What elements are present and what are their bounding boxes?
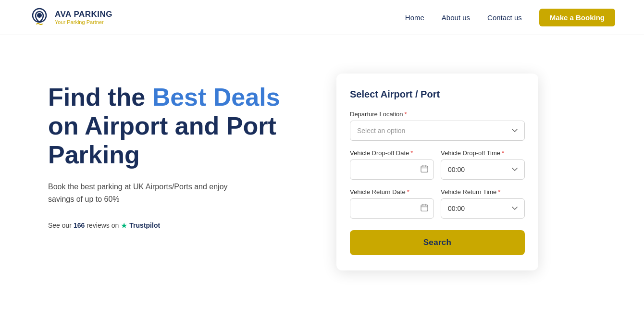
departure-location-group: Departure Location* Select an option Lon… — [350, 110, 525, 141]
return-date-input-wrapper — [350, 198, 434, 219]
trustpilot-middle: reviews on — [87, 221, 119, 229]
return-date-input[interactable] — [350, 198, 434, 219]
dropoff-time-group: Vehicle Drop-off Time* 00:00 00:30 01:00… — [441, 149, 525, 180]
nav-link-contact[interactable]: Contact us — [487, 13, 522, 22]
dropoff-date-input[interactable] — [350, 159, 434, 180]
required-star: * — [405, 110, 407, 118]
main-content: Find the Best Deals on Airport and Port … — [0, 35, 644, 290]
trustpilot-prefix: See our — [48, 221, 72, 229]
dropoff-date-group: Vehicle Drop-off Date* — [350, 149, 434, 180]
logo-icon — [29, 7, 50, 28]
booking-card-title: Select Airport / Port — [350, 89, 525, 100]
hero-section: Find the Best Deals on Airport and Port … — [48, 74, 308, 230]
hero-title-highlight: Best Deals — [152, 83, 280, 111]
nav-link-about[interactable]: About us — [442, 13, 470, 22]
logo-title: AVA PARKING — [55, 10, 112, 19]
return-time-group: Vehicle Return Time* 00:00 00:30 01:00 0… — [441, 188, 525, 219]
return-time-select[interactable]: 00:00 00:30 01:00 01:30 06:00 07:00 08:0… — [441, 198, 525, 219]
hero-title-prefix: Find the — [48, 83, 152, 111]
logo-subtitle: Your Parking Partner — [55, 19, 112, 25]
return-date-group: Vehicle Return Date* — [350, 188, 434, 219]
dropoff-row: Vehicle Drop-off Date* Vehicle Drop- — [350, 149, 525, 188]
required-star-3: * — [502, 149, 504, 157]
make-booking-button[interactable]: Make a Booking — [539, 9, 615, 26]
nav-link-home[interactable]: Home — [405, 13, 424, 22]
dropoff-date-input-wrapper — [350, 159, 434, 180]
return-row: Vehicle Return Date* Vehicle Return — [350, 188, 525, 227]
trustpilot-count: 166 — [74, 221, 85, 229]
svg-point-1 — [37, 13, 42, 18]
logo-area: AVA PARKING Your Parking Partner — [29, 7, 112, 28]
hero-title: Find the Best Deals on Airport and Port … — [48, 83, 308, 169]
logo-text-block: AVA PARKING Your Parking Partner — [55, 10, 112, 25]
trustpilot-row: See our 166 reviews on ★ Trustpilot — [48, 221, 308, 230]
required-star-4: * — [407, 188, 409, 196]
trustpilot-brand: Trustpilot — [129, 221, 160, 229]
return-date-label: Vehicle Return Date* — [350, 188, 434, 196]
departure-location-label: Departure Location* — [350, 110, 525, 118]
dropoff-time-label: Vehicle Drop-off Time* — [441, 149, 525, 157]
nav-links: Home About us Contact us Make a Booking — [405, 9, 615, 26]
dropoff-date-label: Vehicle Drop-off Date* — [350, 149, 434, 157]
hero-title-suffix: on Airport and Port Parking — [48, 112, 276, 169]
navbar: AVA PARKING Your Parking Partner Home Ab… — [0, 0, 644, 35]
return-time-label: Vehicle Return Time* — [441, 188, 525, 196]
booking-card: Select Airport / Port Departure Location… — [336, 74, 538, 270]
departure-location-select[interactable]: Select an option London Heathrow London … — [350, 121, 525, 141]
trustpilot-star-icon: ★ — [121, 221, 127, 230]
required-star-2: * — [410, 149, 413, 157]
hero-description: Book the best parking at UK Airports/Por… — [48, 181, 250, 205]
dropoff-time-select[interactable]: 00:00 00:30 01:00 01:30 02:00 06:00 07:0… — [441, 159, 525, 180]
required-star-5: * — [498, 188, 500, 196]
search-button[interactable]: Search — [350, 230, 525, 255]
